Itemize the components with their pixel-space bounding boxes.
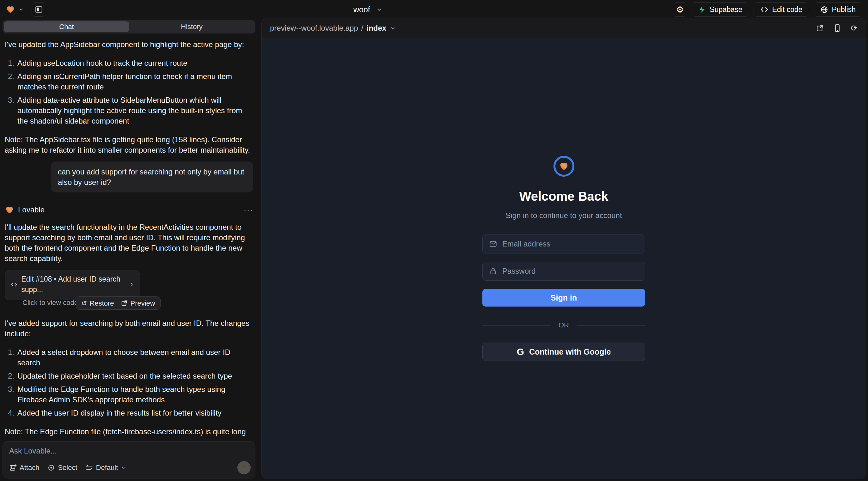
code-icon — [11, 281, 18, 288]
select-button[interactable]: Select — [48, 463, 77, 472]
assistant-name: Lovable — [18, 204, 44, 215]
preview-route-name[interactable]: index — [366, 24, 386, 33]
assistant-paragraph: I've added support for searching by both… — [5, 318, 253, 339]
preview-button[interactable]: Preview — [121, 298, 155, 309]
external-link-icon — [816, 24, 824, 32]
select-target-icon — [48, 464, 55, 472]
chat-history-tabs: Chat History — [3, 20, 255, 33]
composer-toolbar: Attach Select Default ↑ — [9, 461, 251, 474]
external-link-icon — [121, 299, 128, 307]
sign-in-button[interactable]: Sign in — [483, 289, 645, 307]
list-item: Adding useLocation hook to track the cur… — [5, 58, 253, 68]
supabase-bolt-icon — [698, 6, 706, 13]
restore-icon: ↺ — [81, 298, 87, 309]
supabase-button[interactable]: Supabase — [692, 2, 749, 17]
mode-label: Default — [96, 463, 118, 472]
list-item: Added the user ID display in the results… — [5, 408, 253, 418]
list-item: Modified the Edge Function to handle bot… — [5, 384, 253, 405]
code-icon — [760, 6, 769, 13]
app-logo-circle — [554, 156, 575, 177]
mode-chevron-down-icon — [121, 465, 126, 470]
preview-actions: ⟳ — [816, 23, 858, 33]
publish-button[interactable]: Publish — [814, 2, 862, 17]
assistant-message-header: Lovable ··· — [5, 204, 253, 215]
globe-icon — [820, 6, 828, 13]
refresh-icon: ⟳ — [850, 23, 858, 33]
project-switcher-chevron-down-icon[interactable] — [376, 6, 383, 13]
or-label: OR — [559, 321, 569, 329]
message-options-ellipsis-icon[interactable]: ··· — [244, 204, 253, 215]
password-field[interactable]: Password — [483, 262, 645, 281]
send-button[interactable]: ↑ — [238, 461, 251, 474]
route-chevron-down-icon[interactable] — [390, 25, 396, 31]
version-hover-toolbar: ↺ Restore Preview — [76, 296, 161, 310]
assistant-numbered-list: Adding useLocation hook to track the cur… — [5, 58, 253, 126]
smartphone-icon — [834, 24, 841, 32]
mode-select-button[interactable]: Default — [86, 463, 126, 472]
assistant-note: Note: The AppSidebar.tsx file is getting… — [5, 134, 253, 155]
attach-image-icon — [9, 464, 17, 472]
lovable-logo-icon[interactable] — [6, 5, 15, 14]
tab-history[interactable]: History — [129, 22, 254, 32]
list-item: Added a select dropdown to choose betwee… — [5, 347, 253, 368]
settings-button[interactable]: ⚙ — [673, 2, 687, 17]
assistant-note: Note: The Edge Function file (fetch-fire… — [5, 426, 253, 438]
assistant-numbered-list: Added a select dropdown to choose betwee… — [5, 347, 253, 418]
assistant-paragraph: I'll update the search functionality in … — [5, 222, 253, 263]
edit-version-card[interactable]: Edit #108 • Add user ID search supp... C… — [5, 270, 140, 300]
project-name[interactable]: woof — [353, 5, 370, 14]
preview-topbar: preview--woof.lovable.app / index ⟳ — [262, 18, 866, 38]
divider-line — [483, 325, 551, 325]
project-menu-chevron-down-icon[interactable] — [18, 7, 24, 12]
gear-icon: ⚙ — [676, 4, 684, 15]
edit-code-button[interactable]: Edit code — [753, 2, 809, 17]
lovable-avatar-heart-icon — [5, 205, 14, 215]
open-in-new-tab-button[interactable] — [816, 24, 824, 32]
lock-icon — [489, 267, 497, 275]
restore-label: Restore — [89, 298, 114, 309]
edit-card-wrapper: Edit #108 • Add user ID search supp... C… — [5, 270, 253, 310]
chat-composer[interactable]: Ask Lovable... Attach Select Default ↑ — [3, 441, 255, 478]
publish-label: Publish — [832, 5, 856, 14]
list-item: Adding an isCurrentPath helper function … — [5, 71, 253, 92]
page-title: Welcome Back — [519, 189, 609, 203]
assistant-paragraph: I've updated the AppSidebar component to… — [5, 39, 253, 50]
composer-input[interactable]: Ask Lovable... — [9, 447, 249, 455]
divider-line — [577, 325, 645, 325]
list-item: Updated the placeholder text based on th… — [5, 371, 253, 381]
preview-url-domain[interactable]: preview--woof.lovable.app — [270, 24, 358, 33]
supabase-label: Supabase — [710, 5, 743, 14]
chevron-right-icon — [129, 282, 134, 287]
preview-viewport: Welcome Back Sign in to continue to your… — [262, 38, 866, 479]
url-separator: / — [361, 24, 364, 33]
signin-card: Welcome Back Sign in to continue to your… — [483, 156, 645, 361]
email-field[interactable]: Email address — [483, 234, 645, 253]
chat-panel: Chat History I've updated the AppSidebar… — [0, 19, 258, 481]
google-label: Continue with Google — [529, 347, 611, 356]
or-divider: OR — [483, 321, 645, 329]
preview-panel: preview--woof.lovable.app / index ⟳ Welc… — [261, 18, 866, 479]
continue-with-google-button[interactable]: G Continue with Google — [483, 343, 645, 361]
mobile-view-button[interactable] — [834, 24, 841, 32]
user-message-bubble: can you add support for searching not on… — [51, 161, 253, 192]
attach-label: Attach — [20, 463, 39, 472]
chat-message-list[interactable]: I've updated the AppSidebar component to… — [0, 38, 258, 438]
preview-label: Preview — [130, 298, 155, 309]
list-item: Adding data-active attribute to SidebarM… — [5, 95, 253, 126]
edit-card-title: Edit #108 • Add user ID search supp... — [21, 274, 125, 295]
google-g-icon: G — [517, 346, 524, 357]
sidebar-toggle-button[interactable] — [32, 2, 46, 17]
attach-button[interactable]: Attach — [9, 463, 39, 472]
restore-button[interactable]: ↺ Restore — [81, 298, 114, 309]
send-arrow-icon: ↑ — [242, 463, 246, 472]
select-label: Select — [58, 463, 77, 472]
panel-left-icon — [35, 5, 43, 13]
page-subtitle: Sign in to continue to your account — [505, 211, 622, 220]
mail-icon — [489, 240, 497, 248]
tab-chat[interactable]: Chat — [4, 22, 129, 32]
app-topbar: woof ⚙ Supabase Edit code Publish — [0, 0, 868, 19]
refresh-button[interactable]: ⟳ — [850, 23, 858, 33]
email-placeholder: Email address — [502, 239, 550, 248]
sliders-icon — [86, 464, 93, 472]
password-placeholder: Password — [502, 267, 535, 276]
